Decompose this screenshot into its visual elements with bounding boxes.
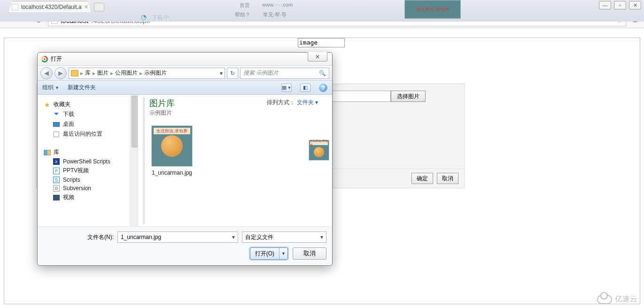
page-favicon [12,4,18,10]
file-name: 1_uncarman.jpg [149,169,194,176]
filename-label: 文件名(N): [43,233,114,241]
filename-combobox[interactable]: 1_uncarman.jpg▾ [117,231,238,243]
dialog-toolbar: 组织 ▼ 新建文件夹 ▦▼ ◧ ? [38,81,332,95]
sidebar-item-videos[interactable]: 视频 [43,192,132,202]
panel-ok-button[interactable]: 确定 [411,173,433,184]
dialog-title: 打开 [51,55,62,63]
blur-icon: ◔ [141,13,147,21]
select-image-button[interactable]: 选择图片 [391,91,426,102]
tab-close-icon[interactable]: × [85,3,88,10]
blur-text: 常见·帮·导 [263,11,287,18]
new-folder-button[interactable]: 新建文件夹 [68,84,96,92]
image-label-box: image [298,38,345,47]
file-thumbnail: 生活所迫,求包养 [151,125,193,167]
cloud-icon [597,295,612,304]
breadcrumb-item[interactable]: 公用图片 [115,69,138,77]
blur-text: 帮助？ [235,11,250,18]
breadcrumb-item[interactable]: 库 [85,69,91,77]
sidebar-item-powershell[interactable]: ≥PowerShell Scripts [43,157,132,166]
chevron-down-icon[interactable]: ▾ [232,234,235,240]
organize-menu[interactable]: 组织 ▼ [42,84,59,92]
dialog-sidebar: ★收藏夹 下载 桌面 最近访问的位置 库 ≥PowerShell Scripts… [38,95,138,226]
new-tab-button[interactable] [94,3,104,11]
search-placeholder: 搜索 示例图片 [243,69,279,77]
refresh-button[interactable]: ↻ [227,68,238,79]
chrome-icon [41,56,48,62]
preview-pane-thumb: 生活所迫,求包养 [309,140,329,161]
breadcrumb-bar[interactable]: ▸ 库▸ 图片▸ 公用图片▸ 示例图片 ▾ [69,68,225,79]
tab-title: localhost:4320/Default.a [21,4,82,10]
open-button[interactable]: 打开(O) ▼ [250,247,288,260]
sidebar-item-recent[interactable]: 最近访问的位置 [43,129,132,139]
sidebar-item-desktop[interactable]: 桌面 [43,119,132,129]
pane-splitter[interactable] [143,97,145,224]
arrange-by[interactable]: 排列方式： 文件夹 ▾ [267,99,318,107]
sidebar-group-libraries[interactable]: 库 [43,147,132,157]
chevron-down-icon[interactable]: ▾ [320,234,323,240]
sidebar-item-downloads[interactable]: 下载 [43,109,132,119]
breadcrumb-item[interactable]: 图片 [97,69,109,77]
library-title: 图片库 [149,98,175,109]
dialog-file-list: 图片库 示例图片 排列方式： 文件夹 ▾ 生活所迫,求包养 1_uncarman… [138,95,332,226]
sidebar-item-scripts[interactable]: SScripts [43,176,132,184]
open-split-dropdown[interactable]: ▼ [279,248,287,259]
sidebar-group-favorites[interactable]: ★收藏夹 [43,100,132,109]
dialog-titlebar: 打开 [38,53,332,66]
browser-tab-bar: localhost:4320/Default.a × [0,0,644,12]
dialog-footer: 文件名(N): 1_uncarman.jpg▾ 自定义文件▾ 打开(O) ▼ 取… [38,226,332,265]
dialog-cancel-button[interactable]: 取消 [293,247,326,260]
nav-forward-button[interactable]: ▶ [54,67,67,79]
filetype-combobox[interactable]: 自定义文件▾ [242,231,326,243]
folder-icon [71,70,78,77]
thumb-caption-band: 生活所迫,求包养 [154,128,190,134]
file-item[interactable]: 生活所迫,求包养 1_uncarman.jpg [149,125,194,176]
sidebar-item-pptv[interactable]: PPPTV视频 [43,166,132,176]
panel-cancel-button[interactable]: 取消 [437,173,458,184]
view-mode-button[interactable]: ▦▼ [281,84,292,92]
breadcrumb-dropdown-icon[interactable]: ▾ [220,70,223,77]
sidebar-scrollbar[interactable] [130,95,138,226]
file-open-dialog: 打开 ✕ ◀ ▶ ▸ 库▸ 图片▸ 公用图片▸ 示例图片 ▾ ↻ 搜索 示例图片… [37,52,333,266]
nav-back-button[interactable]: ◀ [40,67,53,79]
dialog-nav-row: ◀ ▶ ▸ 库▸ 图片▸ 公用图片▸ 示例图片 ▾ ↻ 搜索 示例图片 🔍 [38,66,332,81]
breadcrumb-item[interactable]: 示例图片 [144,69,167,77]
preview-pane-button[interactable]: ◧ [300,84,310,92]
sidebar-item-subversion[interactable]: ⊟Subversion [43,184,132,192]
search-icon[interactable]: 🔍 [319,70,326,77]
dialog-search-input[interactable]: 搜索 示例图片 🔍 [240,68,329,79]
page-viewport: image 选择图片 120*120 确定 取消 打开 ✕ ◀ ▶ [4,38,640,304]
dialog-close-button[interactable]: ✕ [308,52,327,62]
library-subtitle: 示例图片 [149,109,175,117]
blur-text: 下载·中 [152,14,169,21]
browser-tab[interactable]: localhost:4320/Default.a × [8,1,91,12]
help-icon[interactable]: ? [319,84,327,92]
watermark: 亿速云 [597,294,637,304]
arrange-value[interactable]: 文件夹 ▾ [297,99,318,106]
